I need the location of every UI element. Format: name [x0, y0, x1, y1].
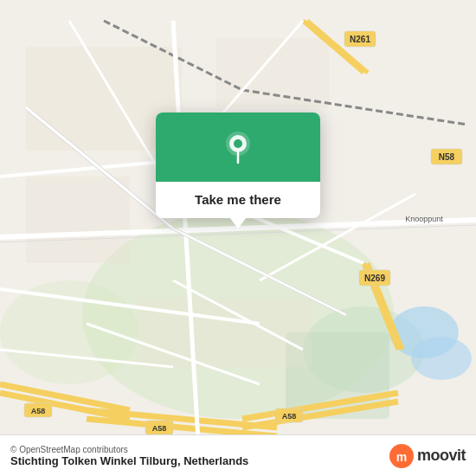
- popup-tail: [229, 217, 247, 228]
- svg-text:A58: A58: [31, 407, 46, 415]
- location-name: Stichting Tolken Winkel Tilburg, Netherl…: [10, 454, 248, 467]
- location-popup: Take me there: [156, 113, 320, 218]
- svg-text:m: m: [396, 450, 407, 464]
- location-pin-icon: [219, 130, 257, 168]
- svg-rect-9: [26, 177, 130, 263]
- svg-text:A58: A58: [282, 412, 297, 421]
- osm-credit: © OpenStreetMap contributors: [10, 445, 248, 454]
- svg-text:N269: N269: [364, 273, 385, 283]
- svg-rect-8: [216, 38, 329, 107]
- map-roads: N261 N58 N269 A58 A58 A58 Knooppunt: [0, 0, 476, 476]
- moovit-icon: m: [389, 444, 414, 468]
- svg-text:A58: A58: [152, 424, 167, 433]
- moovit-text: moovit: [417, 447, 466, 465]
- svg-point-6: [411, 337, 472, 380]
- svg-text:N58: N58: [439, 152, 455, 162]
- popup-header: [156, 113, 320, 182]
- map-container: N261 N58 N269 A58 A58 A58 Knooppunt T: [0, 0, 476, 476]
- svg-text:N261: N261: [350, 35, 370, 44]
- svg-point-2: [0, 280, 138, 384]
- moovit-logo: m moovit: [389, 444, 466, 468]
- take-me-there-button[interactable]: Take me there: [195, 192, 281, 207]
- bottom-bar: © OpenStreetMap contributors Stichting T…: [0, 434, 476, 476]
- svg-text:Knooppunt: Knooppunt: [405, 215, 443, 223]
- bottom-left-info: © OpenStreetMap contributors Stichting T…: [10, 445, 248, 467]
- popup-body: Take me there: [156, 182, 320, 218]
- svg-point-54: [234, 139, 242, 148]
